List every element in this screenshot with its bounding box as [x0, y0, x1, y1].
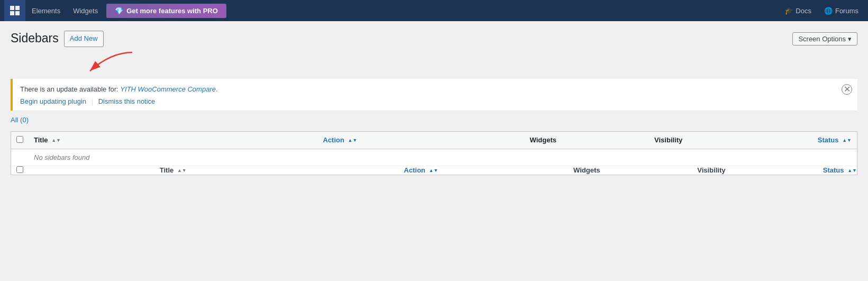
top-nav-right: 🎓 Docs 🌐 Forums	[779, 0, 864, 21]
add-new-button[interactable]: Add New	[64, 31, 104, 47]
chevron-down-icon: ▾	[848, 35, 852, 43]
table-header: Title ▲▼ Action ▲▼ Widgets Visibility St…	[11, 132, 857, 149]
page-title-area: Sidebars Add New	[11, 31, 104, 47]
top-nav: Elements Widgets 💎 Get more features wit…	[0, 0, 868, 21]
select-all-footer-col	[11, 166, 29, 175]
sidebars-table: Title ▲▼ Action ▲▼ Widgets Visibility St…	[11, 132, 857, 175]
docs-icon: 🎓	[784, 7, 793, 15]
notice-close-button[interactable]: ✕	[842, 84, 852, 95]
title-sort-icon: ▲▼	[51, 138, 61, 143]
update-notice: There is an update available for: YITH W…	[11, 79, 857, 111]
col-status-header[interactable]: Status ▲▼	[774, 132, 857, 149]
table-footer: Title ▲▼ Action ▲▼ Widgets Visibility St…	[11, 166, 857, 175]
page-header: Sidebars Add New Screen Options ▾	[0, 21, 868, 52]
forums-icon: 🌐	[824, 7, 833, 15]
dismiss-notice-link[interactable]: Dismiss this notice	[98, 97, 156, 105]
svg-rect-3	[15, 11, 20, 15]
docs-nav-item[interactable]: 🎓 Docs	[779, 0, 817, 21]
select-all-col	[11, 132, 29, 149]
action-sort-footer-icon: ▲▼	[429, 168, 438, 173]
svg-rect-1	[15, 6, 20, 10]
col-status-footer[interactable]: Status ▲▼	[774, 166, 857, 175]
elements-nav-item[interactable]: Elements	[25, 0, 67, 21]
arrow-annotation	[0, 52, 868, 79]
svg-rect-2	[10, 11, 14, 15]
col-visibility-header: Visibility	[649, 132, 774, 149]
nav-logo[interactable]	[4, 0, 25, 21]
col-title-footer[interactable]: Title ▲▼	[29, 166, 318, 175]
plugin-link[interactable]: YITH WooCommerce Compare	[120, 85, 216, 93]
notice-actions: Begin updating plugin | Dismiss this not…	[20, 97, 842, 105]
col-title-header[interactable]: Title ▲▼	[29, 132, 318, 149]
forums-nav-item[interactable]: 🌐 Forums	[819, 0, 864, 21]
col-widgets-footer: Widgets	[525, 166, 650, 175]
widgets-nav-item[interactable]: Widgets	[67, 0, 104, 21]
page-title: Sidebars	[11, 31, 59, 47]
begin-update-link[interactable]: Begin updating plugin	[20, 97, 86, 105]
col-widgets-header: Widgets	[525, 132, 650, 149]
no-items-row: No sidebars found	[11, 149, 857, 166]
table-body: No sidebars found	[11, 149, 857, 166]
no-items-message: No sidebars found	[29, 149, 857, 166]
select-all-footer-checkbox[interactable]	[16, 166, 23, 173]
pro-button[interactable]: 💎 Get more features with PRO	[106, 4, 226, 18]
sidebars-table-wrap: Title ▲▼ Action ▲▼ Widgets Visibility St…	[11, 131, 857, 175]
all-filter: All (0)	[0, 111, 868, 127]
title-sort-footer-icon: ▲▼	[177, 168, 187, 173]
diamond-icon: 💎	[115, 7, 123, 15]
screen-options-button[interactable]: Screen Options ▾	[792, 32, 857, 46]
status-sort-icon: ▲▼	[842, 138, 852, 143]
col-action-header[interactable]: Action ▲▼	[318, 132, 525, 149]
col-action-footer[interactable]: Action ▲▼	[318, 166, 525, 175]
notice-separator: |	[92, 97, 93, 105]
close-icon: ✕	[844, 84, 851, 94]
col-visibility-footer: Visibility	[649, 166, 774, 175]
select-all-checkbox[interactable]	[16, 136, 23, 143]
action-sort-icon: ▲▼	[348, 138, 358, 143]
all-filter-link[interactable]: All (0)	[11, 116, 29, 124]
status-sort-footer-icon: ▲▼	[847, 168, 857, 173]
svg-rect-0	[10, 6, 14, 10]
notice-text: There is an update available for: YITH W…	[20, 84, 842, 95]
